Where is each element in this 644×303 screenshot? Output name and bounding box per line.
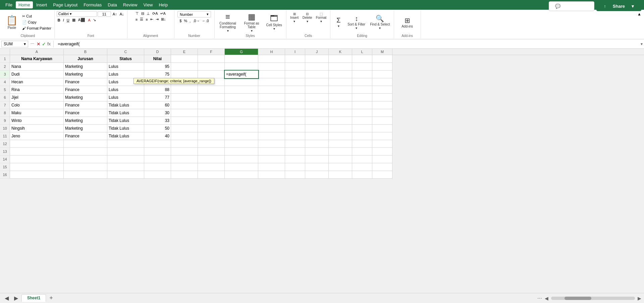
align-left-button[interactable]: ≡ [135, 17, 139, 22]
merge-center-button[interactable]: ⊞↓ [160, 17, 167, 22]
align-center-button[interactable]: ☰ [139, 17, 144, 22]
cell-E9[interactable] [171, 117, 198, 125]
cell-H8[interactable] [258, 109, 285, 117]
menu-formulas[interactable]: Formulas [81, 1, 104, 8]
cell-I8[interactable] [285, 109, 305, 117]
cell-I7[interactable] [285, 101, 305, 109]
col-header-D[interactable]: D [144, 49, 171, 55]
cell-H10[interactable] [258, 125, 285, 132]
cell-A7[interactable]: Colo [10, 101, 64, 109]
cell-F1[interactable] [198, 55, 225, 63]
row-num-12[interactable]: 12 [0, 140, 10, 148]
row-num-15[interactable]: 15 [0, 163, 10, 171]
conditional-formatting-button[interactable]: ≡ Conditional Formatting ▾ [217, 11, 239, 33]
cell-C10[interactable]: Tidak Lulus [107, 125, 144, 132]
cell-G4[interactable] [225, 78, 258, 86]
cell-D11[interactable]: 40 [144, 132, 171, 140]
share-button[interactable]: ↑ Share ▾ [596, 1, 641, 11]
menu-help[interactable]: Help [156, 1, 170, 8]
cell-I4[interactable] [285, 78, 305, 86]
cell-L1[interactable] [352, 55, 372, 63]
cell-B8[interactable]: Finance [64, 109, 107, 117]
col-header-F[interactable]: F [198, 49, 225, 55]
cell-L11[interactable] [352, 132, 372, 140]
cell-G8[interactable] [225, 109, 258, 117]
cell-I1[interactable] [285, 55, 305, 63]
cell-C6[interactable]: Lulus [107, 94, 144, 101]
cell-I5[interactable] [285, 86, 305, 94]
cell-B11[interactable]: Finance [64, 132, 107, 140]
cell-H2[interactable] [258, 63, 285, 71]
cell-L4[interactable] [352, 78, 372, 86]
cell-A6[interactable]: Jijel [10, 94, 64, 101]
cell-G10[interactable] [225, 125, 258, 132]
cell-C2[interactable]: Lulus [107, 63, 144, 71]
cell-G7[interactable] [225, 101, 258, 109]
cell-E8[interactable] [171, 109, 198, 117]
cell-A11[interactable]: Jeno [10, 132, 64, 140]
name-box[interactable]: SUM ▾ [1, 41, 28, 47]
cell-B2[interactable]: Marketing [64, 63, 107, 71]
sort-filter-button[interactable]: ↕ Sort & Filter ▾ [346, 14, 367, 31]
delete-button[interactable]: ⊟ Delete ▾ [301, 11, 314, 24]
cell-F6[interactable] [198, 94, 225, 101]
cell-M2[interactable] [372, 63, 392, 71]
cell-B5[interactable]: Finance [64, 86, 107, 94]
menu-review[interactable]: Review [120, 1, 140, 8]
cell-M11[interactable] [372, 132, 392, 140]
cell-L5[interactable] [352, 86, 372, 94]
cell-E10[interactable] [171, 125, 198, 132]
cell-K6[interactable] [329, 94, 352, 101]
cell-L6[interactable] [352, 94, 372, 101]
row-num-10[interactable]: 10 [0, 125, 10, 132]
menu-insert[interactable]: Insert [34, 1, 50, 8]
cell-H7[interactable] [258, 101, 285, 109]
row-num-8[interactable]: 8 [0, 109, 10, 117]
cell-E6[interactable] [171, 94, 198, 101]
comments-button[interactable]: 💬 Comments [549, 1, 595, 11]
menu-home[interactable]: Home [16, 1, 33, 8]
font-name-selector[interactable]: Calibri ▾ [57, 11, 97, 17]
cell-K1[interactable] [329, 55, 352, 63]
cell-styles-button[interactable]: 🗔 Cell Styles ▾ [264, 13, 284, 31]
cell-E1[interactable] [171, 55, 198, 63]
bold-button[interactable]: B [57, 18, 61, 23]
col-header-C[interactable]: C [107, 49, 144, 55]
cell-B1[interactable]: Jurusan [64, 55, 107, 63]
increase-indent-button[interactable]: ⇥ [155, 17, 160, 22]
cancel-button[interactable]: ✕ [37, 41, 41, 47]
format-as-table-button[interactable]: ▦ Format as Table ▾ [240, 11, 263, 33]
format-options-button[interactable]: ↘ [92, 17, 97, 23]
cell-E3[interactable] [171, 71, 198, 78]
cell-C1[interactable]: Status [107, 55, 144, 63]
cell-J11[interactable] [305, 132, 329, 140]
cell-M6[interactable] [372, 94, 392, 101]
cell-C7[interactable]: Tidak Lulus [107, 101, 144, 109]
cell-D6[interactable]: 77 [144, 94, 171, 101]
cell-A12[interactable] [10, 140, 64, 148]
currency-button[interactable]: $ [178, 18, 182, 23]
cell-B7[interactable]: Finance [64, 101, 107, 109]
cell-C9[interactable]: Tidak Lulus [107, 117, 144, 125]
find-select-button[interactable]: 🔍 Find & Select ▾ [368, 13, 391, 31]
row-num-1[interactable]: 1 [0, 55, 10, 63]
cell-C5[interactable]: Lulus [107, 86, 144, 94]
col-header-E[interactable]: E [171, 49, 198, 55]
col-header-K[interactable]: K [329, 49, 352, 55]
cell-E11[interactable] [171, 132, 198, 140]
row-num-5[interactable]: 5 [0, 86, 10, 94]
cell-J9[interactable] [305, 117, 329, 125]
row-num-4[interactable]: 4 [0, 78, 10, 86]
cell-I11[interactable] [285, 132, 305, 140]
cell-I3[interactable] [285, 71, 305, 78]
cell-H11[interactable] [258, 132, 285, 140]
decrease-decimal-button[interactable]: ←.0 [201, 18, 210, 23]
format-painter-button[interactable]: 🖌 Format Painter [21, 26, 52, 31]
row-num-16[interactable]: 16 [0, 171, 10, 179]
align-middle-button[interactable]: ⊟ [140, 11, 145, 16]
cut-button[interactable]: ✂ Cut [21, 14, 52, 19]
insert-button[interactable]: ⊞ Insert ▾ [288, 11, 301, 24]
confirm-button[interactable]: ✓ [42, 41, 46, 47]
cell-M10[interactable] [372, 125, 392, 132]
cell-I2[interactable] [285, 63, 305, 71]
